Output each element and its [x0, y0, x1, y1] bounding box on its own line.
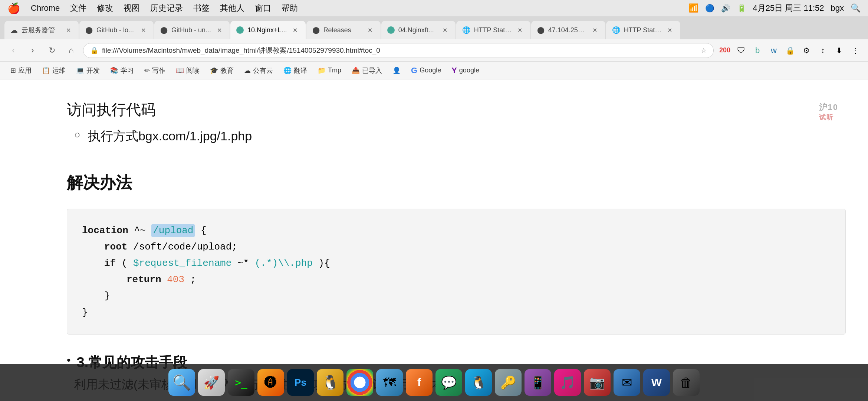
tab-47104[interactable]: ⬤ 47.104.250... ✕ [531, 21, 605, 39]
dock-qq[interactable]: 🐧 [465, 369, 492, 396]
access-heading: 访问执行代码 [67, 100, 846, 120]
bookmark-tmp[interactable]: 📁 Tmp [313, 64, 346, 77]
bookmark-google[interactable]: G Google [407, 64, 445, 77]
dock-app-mail-icon: ✉ [622, 375, 632, 390]
extension-badge-200[interactable]: 200 [718, 44, 731, 57]
bookmark-google-y[interactable]: Y google [447, 64, 484, 77]
bookmark-dev[interactable]: 💻 开发 [72, 64, 104, 77]
bookmark-write[interactable]: ✏ 写作 [140, 64, 170, 77]
menu-help[interactable]: 帮助 [282, 3, 298, 14]
tab-close-nginx[interactable]: ✕ [291, 26, 300, 35]
back-button[interactable]: ‹ [6, 43, 21, 58]
forward-button[interactable]: › [25, 43, 40, 58]
tab-close-47104[interactable]: ✕ [591, 26, 599, 35]
dock-word-icon: W [651, 376, 662, 389]
menu-file[interactable]: 文件 [70, 3, 86, 14]
dock-word[interactable]: W [643, 369, 670, 396]
menu-bookmarks[interactable]: 书签 [193, 3, 210, 14]
dock-app-music[interactable]: 🎵 [554, 369, 581, 396]
code-close-brace-inner: } [104, 290, 110, 301]
extension-icon6[interactable]: ↕ [816, 44, 829, 57]
tab-http-status2[interactable]: 🌐 HTTP Statu... ✕ [606, 21, 680, 39]
extension-icon1[interactable]: 🛡 [734, 44, 748, 57]
bookmark-imported[interactable]: 📥 已导入 [347, 64, 387, 77]
bookmark-apps[interactable]: ⊞ 应用 [6, 64, 36, 77]
menu-view[interactable]: 视图 [124, 3, 140, 14]
dock-app-f[interactable]: f [406, 369, 433, 396]
bookmark-user[interactable]: 👤 [388, 64, 405, 77]
menu-wifi-icon[interactable]: 📶 [688, 3, 698, 13]
tab-04nginx[interactable]: 04.Nginxft... ✕ [381, 21, 456, 39]
refresh-button[interactable]: ↻ [45, 43, 59, 58]
dock-app-mobile[interactable]: 📱 [525, 369, 551, 396]
code-close-brace-outer: } [82, 307, 88, 318]
dock-penguin-icon: 🐧 [322, 374, 339, 391]
bookmark-ops[interactable]: 📋 运维 [37, 64, 70, 77]
tab-favicon-http2: 🌐 [612, 26, 620, 34]
dock-finder[interactable]: 🔍 [168, 369, 195, 396]
code-operator: ^~ [134, 225, 151, 236]
dock-app-mail[interactable]: ✉ [614, 369, 640, 396]
tab-github-lo[interactable]: ⬤ GitHub - lo... ✕ [79, 21, 154, 39]
menu-people[interactable]: 其他人 [220, 3, 244, 14]
dock-maps-icon: 🗺 [383, 375, 396, 390]
tab-close-releases[interactable]: ✕ [366, 26, 375, 35]
address-bar[interactable]: 🔒 file:///Volumes/Macintosh/mweb_data/im… [83, 43, 714, 58]
menu-history[interactable]: 历史记录 [150, 3, 183, 14]
tab-releases[interactable]: ⬤ Releases ✕ [306, 21, 381, 39]
dock-maps[interactable]: 🗺 [376, 369, 403, 396]
dock-wechat[interactable]: 💬 [435, 369, 462, 396]
tab-nginx-active[interactable]: 10.Nginx+L... ✕ [230, 21, 306, 39]
menu-edit[interactable]: 修改 [97, 3, 113, 14]
dock-apps1[interactable]: 🅐 [257, 369, 284, 396]
dock-ps[interactable]: Ps [287, 369, 314, 396]
dock-trash[interactable]: 🗑 [673, 369, 700, 396]
home-button[interactable]: ⌂ [64, 43, 79, 58]
menu-search-icon[interactable]: 🔍 [851, 3, 861, 13]
bookmark-icon-dev: 💻 [76, 66, 84, 75]
extension-icon3[interactable]: w [767, 44, 780, 57]
bookmark-education[interactable]: 🎓 教育 [206, 64, 238, 77]
menu-volume-icon[interactable]: 🔊 [721, 4, 730, 13]
tab-github-un[interactable]: ⬤ GitHub - un... ✕ [154, 21, 230, 39]
dock-app-camera[interactable]: 📷 [584, 369, 611, 396]
bookmark-translate[interactable]: 🌐 翻译 [279, 64, 312, 77]
tab-close-gh1[interactable]: ✕ [139, 26, 148, 35]
code-return-val: 403 [167, 274, 184, 285]
dock-launchpad[interactable]: 🚀 [198, 369, 225, 396]
apple-menu[interactable]: 🍎 [7, 2, 20, 14]
menu-chrome[interactable]: Chrome [31, 3, 60, 13]
code-line-3: if ( $request_filename ~* (.*)\\.php ){ [82, 255, 831, 271]
tab-close-cloud[interactable]: ✕ [64, 26, 73, 35]
bookmark-study[interactable]: 📚 学习 [106, 64, 138, 77]
bookmark-label-education: 教育 [220, 66, 234, 75]
tab-favicon-gh1: ⬤ [85, 26, 93, 34]
extension-icon5[interactable]: ⚙ [800, 44, 813, 57]
bookmark-read[interactable]: 📖 阅读 [171, 64, 204, 77]
tab-close-gh2[interactable]: ✕ [215, 26, 224, 35]
bookmark-icon-cloud: ☁ [244, 66, 251, 75]
extension-icon7[interactable]: ⬇ [832, 44, 846, 57]
toolbar: ‹ › ↻ ⌂ 🔒 file:///Volumes/Macintosh/mweb… [0, 39, 868, 62]
menu-bluetooth-icon[interactable]: 🔵 [705, 4, 714, 13]
menu-user[interactable]: bgx [831, 3, 844, 13]
tab-close-04nginx[interactable]: ✕ [441, 26, 450, 35]
dock-chrome[interactable]: ⬤ [346, 369, 373, 396]
tab-cloud-server[interactable]: ☁ 云服务器管 ✕ [4, 21, 79, 39]
bookmark-cloud[interactable]: ☁ 公有云 [240, 64, 277, 77]
tab-close-http1[interactable]: ✕ [516, 26, 525, 35]
dock-ps-icon: Ps [295, 377, 306, 388]
menu-window[interactable]: 窗口 [255, 3, 271, 14]
chrome-menu-button[interactable]: ⋮ [849, 44, 862, 57]
extension-icon2[interactable]: b [751, 44, 764, 57]
tab-close-http2[interactable]: ✕ [665, 26, 674, 35]
dock-app-mobile-icon: 📱 [530, 375, 546, 390]
dock-penguin[interactable]: 🐧 [317, 369, 343, 396]
dock-qq-icon: 🐧 [471, 375, 486, 390]
keyword-if: if [104, 258, 116, 269]
extension-icon4[interactable]: 🔒 [783, 44, 797, 57]
tab-http-status1[interactable]: 🌐 HTTP Statu... ✕ [456, 21, 530, 39]
dock-app-key[interactable]: 🔑 [495, 369, 522, 396]
dock-terminal[interactable]: >_ [228, 369, 254, 396]
bookmark-star-icon[interactable]: ☆ [701, 46, 707, 55]
